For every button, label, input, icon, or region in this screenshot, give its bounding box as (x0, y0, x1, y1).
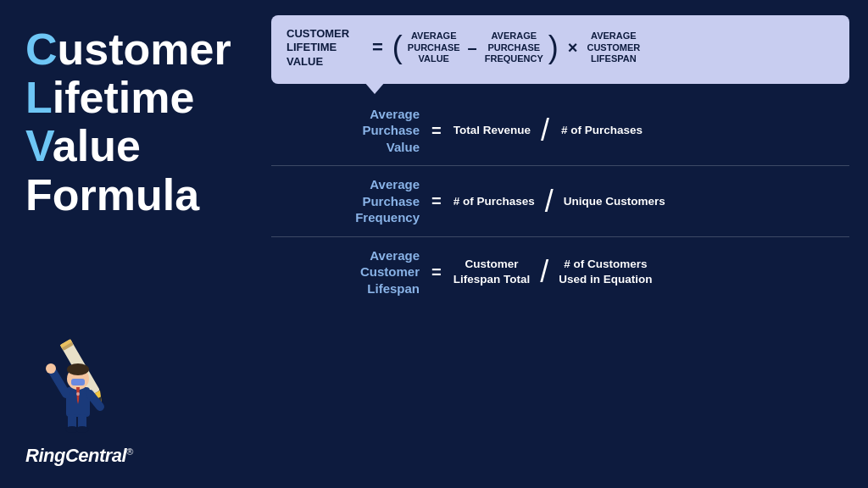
clv-title: Customer Lifetime Value Formula (25, 25, 246, 318)
sub-op1-apf: # of Purchases (453, 194, 535, 209)
sub-op2-apv: # of Purchases (559, 123, 644, 138)
formula-term-acl: AVERAGECUSTOMERLIFESPAN (587, 30, 640, 65)
sub-op1-acl: CustomerLifespan Total (453, 257, 531, 286)
person-illustration (25, 326, 144, 436)
formula-times: × (568, 38, 578, 58)
title-line-3: Value (25, 122, 246, 170)
svg-point-15 (46, 363, 56, 374)
formula-box: CUSTOMERLIFETIMEVALUE = ( AVERAGEPURCHAS… (271, 15, 849, 84)
paren-close: ) (548, 32, 559, 63)
formula-clv-label: CUSTOMERLIFETIMEVALUE (287, 27, 363, 69)
title-line-2: Lifetime (25, 74, 246, 122)
sub-slash-2: / (545, 186, 554, 217)
formula-term-apv: AVERAGEPURCHASEVALUE (408, 30, 460, 65)
sub-op1-apv: Total Revenue (453, 123, 531, 138)
svg-rect-12 (71, 379, 85, 385)
brand-logo: RingCentral® (25, 445, 246, 467)
sub-label-acl: AverageCustomerLifespan (271, 247, 420, 297)
sub-label-apv: AveragePurchaseValue (271, 106, 420, 156)
sub-op2-apf: Unique Customers (564, 194, 665, 209)
highlight-c: C (25, 25, 58, 74)
sub-formula-row-2: AveragePurchaseFrequency = # of Purchase… (271, 166, 849, 237)
paren-open: ( (392, 32, 403, 63)
sub-slash-3: / (540, 257, 548, 287)
formula-equals: = (372, 36, 383, 58)
sub-formula-row-1: AveragePurchaseValue = Total Revenue / #… (271, 96, 849, 167)
formula-term-apf: AVERAGEPURCHASEFREQUENCY (485, 30, 543, 65)
highlight-l: L (25, 73, 53, 122)
svg-point-11 (67, 363, 89, 375)
sub-eq-1: = (431, 121, 442, 141)
sub-formula-row-3: AverageCustomerLifespan = CustomerLifesp… (271, 237, 849, 308)
title-line-4: Formula (25, 171, 246, 219)
brand-name: RingCentral® (25, 445, 133, 466)
svg-point-17 (76, 392, 80, 396)
svg-point-9 (75, 426, 89, 433)
figure-area (25, 326, 246, 436)
sub-slash-1: / (541, 115, 549, 146)
sub-eq-3: = (431, 263, 442, 282)
right-panel: CUSTOMERLIFETIMEVALUE = ( AVERAGEPURCHAS… (263, 0, 868, 488)
left-panel: Customer Lifetime Value Formula (0, 0, 263, 488)
sub-formulas: AveragePurchaseValue = Total Revenue / #… (271, 96, 849, 473)
sub-label-apf: AveragePurchaseFrequency (271, 176, 420, 226)
sub-eq-2: = (431, 191, 442, 211)
title-line-1: Customer (25, 25, 246, 74)
formula-minus: – (468, 38, 477, 58)
registered-symbol: ® (126, 446, 133, 457)
sub-op2-acl: # of CustomersUsed in Equation (559, 257, 652, 286)
highlight-v: V (25, 121, 53, 170)
